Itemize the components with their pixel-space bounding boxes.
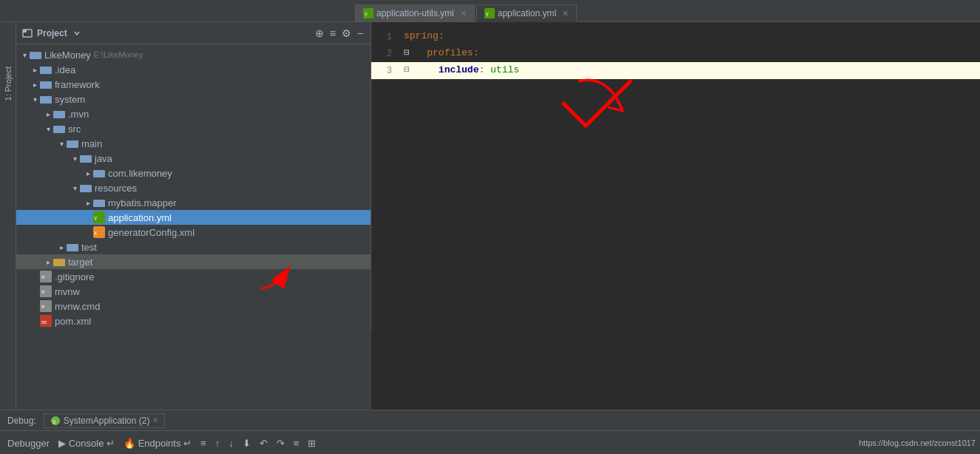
svg-text:S: S: [52, 419, 55, 424]
tree-item-mvn[interactable]: .mvn: [16, 106, 371, 121]
svg-rect-10: [53, 111, 65, 118]
tree-item-src[interactable]: src: [16, 121, 371, 136]
tree-item-java[interactable]: java: [16, 151, 371, 166]
yaml-colon-3: :: [479, 64, 490, 75]
sidebar: Project ⊕ ≡ ⚙ −: [16, 22, 371, 331]
tree-item-idea[interactable]: .idea: [16, 62, 371, 77]
sidebar-title: Project: [37, 28, 67, 38]
svg-rect-5: [23, 30, 27, 33]
mybatis-folder-icon: [93, 197, 105, 209]
mybatis-arrow: [83, 199, 93, 207]
tree-item-framework[interactable]: framework: [16, 77, 371, 92]
settings-button[interactable]: ⚙: [340, 26, 353, 41]
yaml-key-profiles: profiles: [427, 47, 473, 58]
tab-close-icon[interactable]: ✕: [460, 9, 467, 18]
line-content-1: spring:: [401, 28, 980, 44]
toolbar-btn-1[interactable]: ≡: [197, 436, 209, 450]
main-label: main: [81, 138, 102, 149]
yaml-indent-icon: ⊟: [404, 47, 410, 58]
debug-tab-system-app[interactable]: S SystemApplication (2) ✕: [44, 413, 166, 428]
idea-label: .idea: [55, 64, 75, 75]
system-label: system: [55, 94, 85, 105]
svg-text:≡: ≡: [41, 274, 44, 280]
svg-rect-21: [67, 244, 78, 251]
xml-icon: X: [93, 226, 105, 238]
sidebar-content[interactable]: LikeMoney E:\LikeMoney .idea: [16, 44, 371, 331]
debug-label: Debug:: [3, 416, 41, 426]
app-yml-icon: Y: [93, 211, 105, 223]
tree-item-com-likemoney[interactable]: com.likemoney: [16, 166, 371, 180]
mvnw-icon: ≡: [40, 285, 52, 297]
tab-application-yml[interactable]: Y application.yml ✕: [476, 4, 577, 22]
framework-folder-icon: [40, 78, 52, 90]
test-label: test: [81, 242, 97, 253]
target-label: target: [68, 257, 92, 268]
tree-item-gitignore[interactable]: ≡ .gitignore: [16, 269, 371, 284]
tree-item-main[interactable]: main: [16, 136, 371, 151]
tab-label-active: application.yml: [498, 8, 556, 18]
debugger-button[interactable]: Debugger: [4, 436, 53, 450]
line-number-1: 1: [371, 28, 401, 45]
editor-area[interactable]: 1 spring: 2 ⊟ profiles:: [371, 22, 980, 410]
bottom-toolbar: Debugger ▶ Console ↵ 🔥 Endpoints ↵ ≡ ↑ ↓…: [0, 431, 980, 454]
svg-rect-8: [40, 81, 52, 89]
tree-item-target[interactable]: target: [16, 254, 371, 269]
svg-rect-15: [80, 185, 92, 192]
yaml-icon: Y: [363, 8, 374, 18]
toolbar-btn-6[interactable]: ⊞: [305, 436, 319, 450]
mvn-folder-icon: [53, 108, 65, 120]
vertical-label-text: 1: Project: [4, 67, 13, 101]
tree-item-test[interactable]: test: [16, 240, 371, 254]
target-arrow: [43, 258, 53, 266]
svg-text:m: m: [41, 318, 47, 325]
gitignore-icon: ≡: [40, 271, 52, 282]
expand-button[interactable]: ≡: [328, 26, 337, 41]
tree-item-application-yml[interactable]: Y application.yml: [16, 210, 371, 225]
sidebar-header: Project ⊕ ≡ ⚙ −: [16, 22, 371, 44]
toolbar-btn-3[interactable]: ↶: [257, 436, 271, 450]
tab-application-utils-yml[interactable]: Y application-utils.yml ✕: [355, 4, 475, 21]
app-yml-label: application.yml: [108, 212, 172, 223]
bottom-area: Debug: S SystemApplication (2) ✕ Debugge…: [0, 410, 980, 454]
tree-item-system[interactable]: system: [16, 92, 371, 106]
mybatis-label: mybatis.mapper: [108, 197, 176, 209]
vertical-sidebar: 1: Project: [0, 22, 16, 410]
tab-close-active-icon[interactable]: ✕: [562, 9, 569, 18]
tree-item-mybatis[interactable]: mybatis.mapper: [16, 195, 371, 210]
locate-button[interactable]: ⊕: [314, 26, 325, 41]
line-number-3: 3: [371, 62, 401, 79]
sidebar-actions: ⊕ ≡ ⚙ −: [314, 26, 365, 41]
tree-item-pom-xml[interactable]: m pom.xml: [16, 314, 371, 328]
svg-text:≡: ≡: [41, 304, 44, 310]
toolbar-btn-5[interactable]: ≡: [291, 436, 303, 450]
src-label: src: [68, 123, 81, 135]
root-path: E:\LikeMoney: [94, 50, 143, 59]
pom-label: pom.xml: [55, 316, 91, 327]
tree-item-mvnw-cmd[interactable]: ≡ mvnw.cmd: [16, 299, 371, 314]
tree-root[interactable]: LikeMoney E:\LikeMoney: [16, 47, 371, 62]
close-sidebar-button[interactable]: −: [356, 26, 365, 41]
java-folder-icon: [80, 152, 92, 164]
editor-content: 1 spring: 2 ⊟ profiles:: [371, 22, 980, 410]
debug-tab-close-icon[interactable]: ✕: [152, 416, 158, 424]
test-arrow: [56, 243, 67, 251]
toolbar-btn-down2[interactable]: ⬇: [240, 436, 254, 450]
editor-line-2: 2 ⊟ profiles:: [371, 45, 980, 62]
toolbar-btn-up[interactable]: ↑: [212, 436, 223, 450]
debug-tab-label: SystemApplication (2): [64, 416, 150, 426]
toolbar-btn-down[interactable]: ↓: [226, 436, 237, 450]
mvn-arrow: [43, 110, 53, 118]
toolbar-btn-4[interactable]: ↷: [274, 436, 288, 450]
svg-rect-7: [40, 67, 52, 74]
endpoints-button[interactable]: 🔥 Endpoints ↵: [121, 436, 195, 450]
java-arrow: [70, 155, 80, 163]
gitignore-label: .gitignore: [55, 271, 94, 282]
tree-item-mvnw[interactable]: ≡ mvnw: [16, 284, 371, 299]
line-number-2: 2: [371, 45, 401, 62]
console-button[interactable]: ▶ Console ↵: [55, 436, 118, 450]
line-content-3: ⊟ include: utils: [401, 62, 980, 78]
tree-item-resources[interactable]: resources: [16, 180, 371, 195]
editor-wrapper: 1 spring: 2 ⊟ profiles:: [371, 22, 980, 410]
tree-item-generator-config[interactable]: X generatorConfig.xml: [16, 225, 371, 240]
com-arrow: [83, 169, 93, 177]
